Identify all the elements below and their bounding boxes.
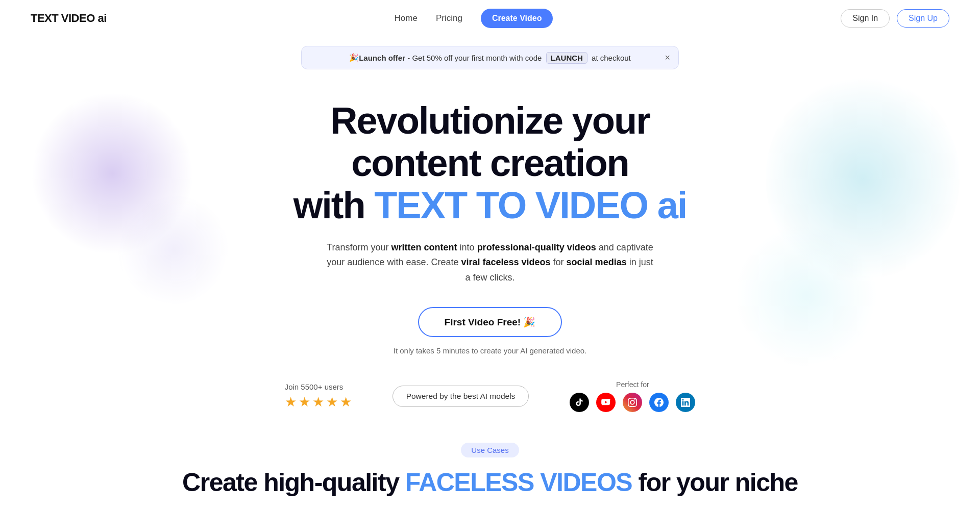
navbar-center: Home Pricing Create Video xyxy=(395,9,553,28)
hero-title: Revolutionize your content creation with… xyxy=(260,100,720,227)
stars-rating: ★ ★ ★ ★ ★ xyxy=(285,394,352,410)
ai-models-badge: Powered by the best AI models xyxy=(393,386,529,407)
star-2: ★ xyxy=(299,394,310,410)
banner-emoji: 🎉 xyxy=(349,53,359,62)
banner-close-button[interactable]: × xyxy=(665,53,670,63)
nav-pricing[interactable]: Pricing xyxy=(436,13,462,23)
star-1: ★ xyxy=(285,394,297,410)
signup-button[interactable]: Sign Up xyxy=(897,9,949,28)
star-5: ★ xyxy=(340,394,352,410)
nav-create-video-button[interactable]: Create Video xyxy=(481,9,553,28)
star-3: ★ xyxy=(312,394,324,410)
logo: TEXT VIDEO ai xyxy=(31,12,107,25)
use-cases-title-blue: FACELESS VIDEOS xyxy=(405,468,632,497)
perfect-for-block: Perfect for xyxy=(570,380,695,412)
perfect-for-label: Perfect for xyxy=(570,380,695,389)
nav-home[interactable]: Home xyxy=(395,13,418,23)
banner-launch-text: Launch offer xyxy=(359,54,405,62)
signin-button[interactable]: Sign In xyxy=(841,9,890,28)
hero-section: Revolutionize your content creation with… xyxy=(0,69,980,355)
promo-banner: 🎉 Launch offer - Get 50% off your first … xyxy=(301,46,679,69)
tiktok-icon xyxy=(570,393,589,412)
social-proof-row: Join 5500+ users ★ ★ ★ ★ ★ Powered by th… xyxy=(0,380,980,412)
facebook-icon xyxy=(649,393,669,412)
navbar: TEXT VIDEO ai Home Pricing Create Video … xyxy=(0,0,980,37)
use-cases-badge: Use Cases xyxy=(461,443,519,457)
use-cases-section: Use Cases Create high-quality FACELESS V… xyxy=(0,443,980,502)
navbar-right: Sign In Sign Up xyxy=(841,9,949,28)
instagram-icon xyxy=(623,393,642,412)
star-4: ★ xyxy=(326,394,338,410)
hero-title-line1: Revolutionize your xyxy=(330,99,650,142)
hero-title-line3-normal: with xyxy=(293,184,375,226)
hero-subtitle: Transform your written content into prof… xyxy=(324,240,656,286)
use-cases-title-normal: Create high-quality xyxy=(182,468,405,497)
users-label: Join 5500+ users xyxy=(285,382,352,391)
hero-note: It only takes 5 minutes to create your A… xyxy=(10,346,970,355)
use-cases-title-end: for your niche xyxy=(632,468,798,497)
use-cases-title: Create high-quality FACELESS VIDEOS for … xyxy=(0,468,980,497)
banner-code: LAUNCH xyxy=(546,52,587,64)
banner-text: Launch offer - Get 50% off your first mo… xyxy=(359,54,631,62)
linkedin-icon xyxy=(676,393,695,412)
users-block: Join 5500+ users ★ ★ ★ ★ ★ xyxy=(285,382,352,410)
hero-title-line3-blue: TEXT TO VIDEO ai xyxy=(374,184,687,226)
cta-first-video-button[interactable]: First Video Free! 🎉 xyxy=(418,307,562,337)
social-icons-row xyxy=(570,393,695,412)
hero-title-line2: content creation xyxy=(351,142,629,184)
youtube-icon xyxy=(596,393,616,412)
